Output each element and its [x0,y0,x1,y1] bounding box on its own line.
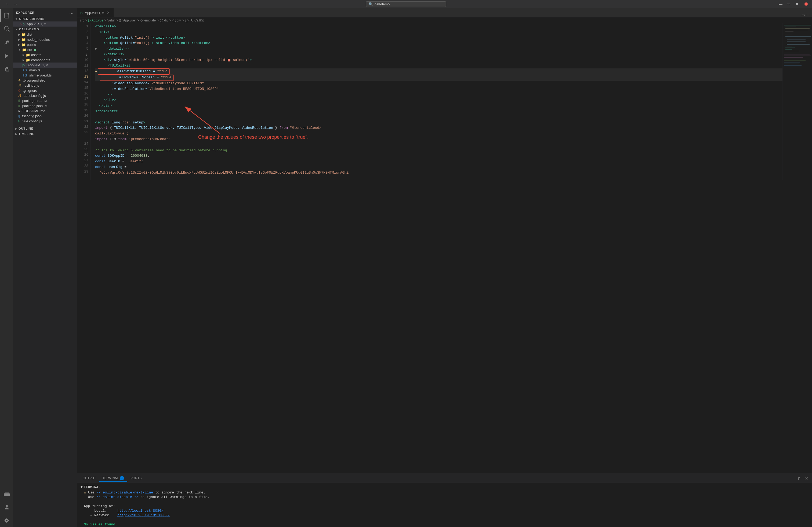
bc-div2[interactable]: ◯ div [172,18,181,22]
activity-remote[interactable] [0,487,13,500]
tab-close-icon[interactable]: ✕ [106,10,110,15]
activity-explorer[interactable] [0,9,13,22]
code-line-29b: "eJyrVqrxCdYrSv1SsIIv0iN0QqHzM1NS80ov0zL… [95,170,782,176]
tree-node-modules[interactable]: ▶ 📁 node_modules [13,37,77,42]
tree-src[interactable]: ▼ 📁 src [13,47,77,52]
more-actions-icon[interactable]: ⋯ [806,13,810,17]
tree-app-vue[interactable]: ▷ App.vue 1, M [13,62,77,67]
panel-tab-output[interactable]: OUTPUT [79,475,99,481]
project-header[interactable]: ▼ CALL-DEMO [13,27,77,32]
code-line-19: </div> [95,103,782,109]
open-editors-header[interactable]: ▼ OPEN EDITORS [13,16,77,21]
activity-settings[interactable] [0,514,13,527]
bc-tuicallkit[interactable]: ◯ TUICallKit [185,18,204,22]
tree-tsconfig[interactable]: {} tsconfig.json [13,114,77,119]
activity-bar [0,8,13,527]
activity-source-control[interactable] [0,36,13,49]
outline-header[interactable]: ▶ OUTLINE [13,126,77,131]
forward-button[interactable]: → [12,1,19,7]
tree-eslintrc[interactable]: JS .eslintrc.js [13,83,77,88]
sidebar-header-icons: … [69,10,74,15]
svg-rect-21 [784,62,800,62]
code-line-11: <div style="width: 50rem; height: 35rem;… [95,57,782,63]
tree-shims[interactable]: TS shims-vue.d.ts [13,73,77,78]
tree-babel[interactable]: JS babel.config.js [13,93,77,98]
app-vue-label: App.vue [27,63,40,67]
panel-content: ▼ TERMINAL ⚠ Use // eslint-disable-next-… [77,483,812,527]
tree-assets[interactable]: ▶ 📁 assets [13,52,77,57]
tree-package-lock[interactable]: {} package-lo... M [13,98,77,103]
terminal-badge: 1 [120,476,124,480]
activity-run[interactable] [0,49,13,62]
outline-section: ▶ OUTLINE [13,126,77,131]
back-button[interactable]: ← [3,1,11,7]
collapse-arrow[interactable]: ▶ [95,46,97,52]
tree-readme[interactable]: MD README.md [13,108,77,114]
split-editor-icon[interactable]: ▭ [801,13,805,17]
bc-vetur[interactable]: Vetur [107,18,115,22]
src-label: src [27,48,32,52]
tree-package-json[interactable]: {} package.json M [13,103,77,108]
search-input[interactable] [375,2,443,6]
tree-dist[interactable]: ▶ 📁 dist [13,32,77,37]
panel-close-button[interactable]: ✕ [803,475,810,481]
svg-rect-4 [785,30,808,30]
folder-icon: 📁 [22,48,26,52]
activity-extensions[interactable] [0,63,13,76]
new-file-icon[interactable]: … [69,10,74,15]
layout2-icon[interactable]: ▭ [785,1,792,7]
tree-main-ts[interactable]: TS main.ts [13,67,77,73]
terminal-header[interactable]: ▼ TERMINAL [81,485,809,490]
components-chevron: ▶ [23,59,25,61]
tab-app-vue[interactable]: ▷ App.vue 1, M ✕ [77,8,114,17]
bc-sep7: > [182,18,184,22]
code-line-15: :videoDisplayMode="VideoDisplayMode.CONT… [95,81,782,86]
dist-label: dist [27,32,32,36]
activity-search[interactable] [0,22,13,35]
tree-components[interactable]: ▶ 📁 components [13,57,77,62]
tree-gitignore[interactable]: ⬡ .gitignore [13,88,77,93]
open-editor-app-vue[interactable]: ✕ ▷ App.vue1, M [13,21,77,27]
panel-maximize-button[interactable]: ⇑ [795,475,802,481]
layout3-icon[interactable]: ◽ [793,1,801,7]
timeline-section: ▶ TIMELINE [13,131,77,137]
code-line-18: </div> [95,97,782,103]
bc-div1[interactable]: ◯ div [160,18,168,22]
bc-template[interactable]: ◇ template [140,18,156,22]
git-icon: ⬡ [18,89,21,92]
code-line-22: <script lang="ts" setup> [95,120,782,125]
tree-vue-config[interactable]: ▷ vue.config.js [13,119,77,124]
search-center: 🔍 [366,1,446,7]
layout-icon[interactable]: ▬ [777,1,784,7]
local-url[interactable]: http://localhost:8080/ [117,509,163,513]
search-icon: 🔍 [369,2,373,6]
search-bar[interactable]: 🔍 [366,1,446,7]
activity-accounts[interactable] [0,501,13,514]
code-area[interactable]: <template> <div> <button @click="init()"… [91,23,782,180]
panel-tab-ports[interactable]: PORTS [127,475,145,481]
code-line-1: <template> [95,24,782,30]
code-line-3: <button @click="init()"> init </button> [95,35,782,41]
bc-appvue2[interactable]: {} "App.vue" [119,18,136,22]
project-name: CALL-DEMO [19,28,39,31]
network-url[interactable]: http://10.95.19.131:8080/ [117,513,170,517]
close-icon[interactable]: ✕ [19,22,22,26]
tree-public[interactable]: ▶ 📁 public [13,42,77,47]
timeline-header[interactable]: ▶ TIMELINE [13,131,77,137]
folder-icon: 📁 [26,53,30,57]
warn-text-2a: Use [84,495,97,499]
public-label: public [27,43,36,47]
readme-label: README.md [25,109,45,113]
network-dash: – Network: [90,513,111,517]
bc-sep2: > [104,18,106,22]
term-empty [84,499,809,504]
bc-appvue[interactable]: ▷ App.vue [88,18,103,22]
bc-src[interactable]: src [80,18,84,22]
tree-browserslistrc[interactable]: ⚙ .browserslistrc [13,78,77,83]
panel: OUTPUT TERMINAL 1 PORTS ⇑ ✕ [77,473,812,527]
pkg-icon: {} [18,99,20,102]
folder-icon: 📁 [21,37,26,42]
panel-tab-terminal[interactable]: TERMINAL 1 [99,475,127,482]
assets-chevron: ▶ [23,54,25,56]
editor-content[interactable]: 1 2 3 4 5 ⋮ 10 11 12 13 14 15 16 17 [77,23,812,180]
